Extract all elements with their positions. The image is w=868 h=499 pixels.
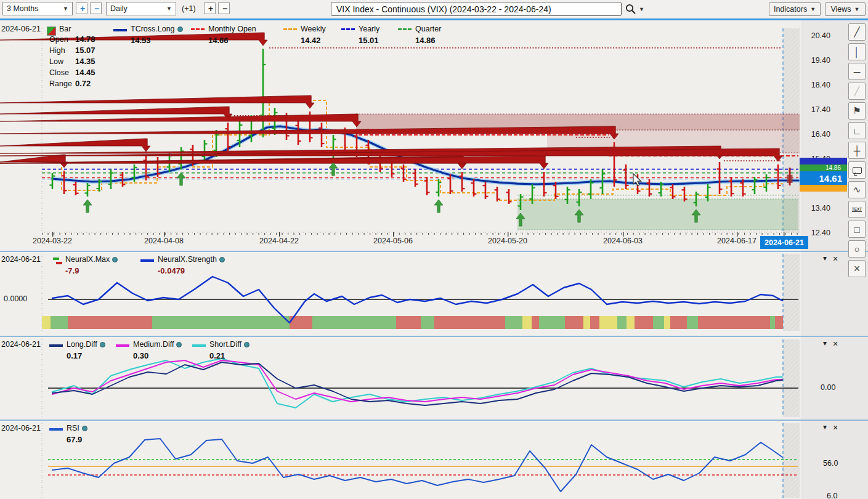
indicator-info-icon[interactable] bbox=[177, 26, 183, 32]
vertical-line-tool[interactable]: │ bbox=[848, 43, 866, 60]
monthly-open-label[interactable]: Monthly Open bbox=[208, 25, 256, 33]
rsi-panel[interactable] bbox=[0, 421, 868, 499]
panel-separator[interactable] bbox=[0, 251, 868, 252]
open-label: Open bbox=[49, 35, 68, 44]
rsi-swatch bbox=[49, 428, 63, 431]
neuralx-strength-swatch bbox=[140, 259, 154, 262]
bar-type-label[interactable]: Bar bbox=[59, 25, 71, 33]
bar-minus-button[interactable]: − bbox=[218, 2, 230, 14]
search-button[interactable]: ▼ bbox=[625, 2, 649, 16]
rectangle-tool[interactable]: □ bbox=[848, 221, 866, 238]
flag-tool[interactable]: ⚑ bbox=[848, 102, 866, 120]
chevron-down-icon: ▼ bbox=[854, 6, 860, 12]
price-stack-label bbox=[800, 185, 847, 192]
indicator-info-icon[interactable] bbox=[244, 342, 249, 347]
panel-separator[interactable] bbox=[0, 336, 868, 337]
period-select[interactable]: Daily ▼ bbox=[106, 2, 176, 15]
range-label: Range bbox=[49, 79, 72, 88]
price-axis-label: 19.40 bbox=[801, 56, 830, 65]
medium-diff-swatch bbox=[116, 344, 129, 347]
high-value: 15.07 bbox=[75, 46, 95, 55]
bar-type-icon bbox=[47, 26, 56, 36]
panel-close-button[interactable]: × bbox=[833, 254, 838, 264]
angle-tool[interactable]: ∟ bbox=[848, 122, 866, 139]
rsi-low-axis-label: 6.0 bbox=[827, 492, 837, 499]
indicator-info-icon[interactable] bbox=[100, 342, 105, 347]
indicator-info-icon[interactable] bbox=[219, 257, 225, 262]
tcross-label[interactable]: TCross.Long bbox=[131, 25, 183, 33]
wave-tool[interactable]: ∿ bbox=[848, 181, 866, 198]
panel-collapse-button[interactable]: ▾ bbox=[823, 254, 827, 264]
indicator-info-icon[interactable] bbox=[82, 426, 87, 431]
panel-collapse-button[interactable]: ▾ bbox=[823, 339, 827, 349]
chevron-down-icon: ▼ bbox=[166, 6, 172, 12]
neuralx-panel[interactable] bbox=[0, 252, 868, 336]
close-value: 14.45 bbox=[75, 68, 95, 77]
indicator-info-icon[interactable] bbox=[112, 257, 118, 262]
chevron-down-icon: ▼ bbox=[810, 6, 816, 12]
neuralx-strength-value: -0.0479 bbox=[158, 266, 185, 275]
trading-app-window: { "toolbar": { "range_value": "3 Months"… bbox=[0, 0, 868, 499]
price-axis-label: 17.40 bbox=[801, 105, 830, 114]
price-axis-label: 20.40 bbox=[801, 31, 830, 40]
diff-date-label: 2024-06-21 bbox=[1, 340, 41, 349]
diff-panel[interactable] bbox=[0, 337, 868, 420]
yearly-label[interactable]: Yearly bbox=[359, 25, 379, 33]
symbol-title-text: VIX Index - Continuous (VIX) (2024-03-22… bbox=[336, 4, 551, 14]
horizontal-line-tool[interactable]: ─ bbox=[848, 63, 866, 80]
views-button-label: Views bbox=[830, 5, 851, 14]
weekly-swatch bbox=[283, 28, 297, 30]
short-diff-label[interactable]: Short.Diff bbox=[209, 340, 249, 349]
rsi-value: 67.9 bbox=[67, 435, 82, 444]
indicators-button[interactable]: Indicators ▼ bbox=[769, 2, 821, 16]
indicator-info-icon[interactable] bbox=[176, 342, 182, 347]
symbol-title-input[interactable]: VIX Index - Continuous (VIX) (2024-03-22… bbox=[331, 2, 622, 16]
range-zoom-in-button[interactable]: + bbox=[76, 2, 87, 14]
crosshair-tool[interactable]: ┼ bbox=[848, 142, 866, 159]
text-tool[interactable]: TEXT bbox=[848, 201, 866, 218]
ellipse-tool[interactable]: ○ bbox=[848, 240, 866, 258]
current-date-marker: 2024-06-21 bbox=[760, 236, 808, 249]
main-price-panel[interactable] bbox=[0, 20, 868, 251]
neuralx-strength-label[interactable]: NeuralX.Strength bbox=[158, 255, 225, 264]
tcross-swatch bbox=[113, 29, 127, 31]
price-axis-label: 18.40 bbox=[801, 81, 830, 89]
trendline-disabled-tool[interactable]: ╱ bbox=[848, 83, 866, 100]
chevron-down-icon: ▼ bbox=[63, 6, 68, 12]
period-select-value: Daily bbox=[110, 4, 128, 13]
neuralx-max-value: -7.9 bbox=[65, 266, 79, 275]
rsi-date-label: 2024-06-21 bbox=[1, 424, 41, 432]
views-button[interactable]: Views ▼ bbox=[825, 2, 866, 16]
panel-separator[interactable] bbox=[0, 420, 868, 421]
open-value: 14.78 bbox=[75, 34, 95, 44]
trendline-tool[interactable]: ╱ bbox=[848, 23, 866, 41]
long-diff-value: 0.17 bbox=[67, 351, 82, 360]
neuralx-max-label[interactable]: NeuralX.Max bbox=[65, 255, 118, 264]
range-zoom-out-button[interactable]: − bbox=[90, 2, 102, 14]
date-axis-label: 2024-05-20 bbox=[488, 237, 527, 245]
search-icon bbox=[625, 3, 637, 15]
bar-plus-button[interactable]: + bbox=[204, 2, 216, 14]
date-axis-label: 2024-04-08 bbox=[144, 237, 184, 245]
callout-tool[interactable] bbox=[848, 161, 866, 179]
panel-close-button[interactable]: × bbox=[833, 423, 838, 432]
price-stack-label: 14.61 bbox=[800, 171, 847, 185]
short-diff-swatch bbox=[192, 344, 206, 347]
date-axis-label: 2024-05-06 bbox=[373, 237, 413, 245]
panel-close-button[interactable]: × bbox=[833, 339, 838, 349]
range-select[interactable]: 3 Months ▼ bbox=[2, 2, 73, 15]
high-label: High bbox=[49, 46, 65, 55]
top-toolbar: 3 Months ▼ + − Daily ▼ (+1) + − VIX Inde… bbox=[0, 0, 868, 19]
quarter-swatch bbox=[398, 28, 412, 30]
medium-diff-label[interactable]: Medium.Diff bbox=[133, 340, 182, 349]
weekly-label[interactable]: Weekly bbox=[301, 25, 326, 33]
range-select-value: 3 Months bbox=[7, 4, 38, 13]
close-tool[interactable]: × bbox=[848, 260, 866, 277]
long-diff-label[interactable]: Long.Diff bbox=[67, 340, 105, 349]
rsi-label[interactable]: RSI bbox=[67, 424, 87, 432]
panel-collapse-button[interactable]: ▾ bbox=[823, 423, 827, 432]
low-label: Low bbox=[49, 57, 63, 66]
diff-zero-axis-label: 0.00 bbox=[821, 383, 835, 392]
rsi-mid-axis-label: 56.0 bbox=[823, 459, 838, 468]
quarter-label[interactable]: Quarter bbox=[415, 25, 441, 33]
